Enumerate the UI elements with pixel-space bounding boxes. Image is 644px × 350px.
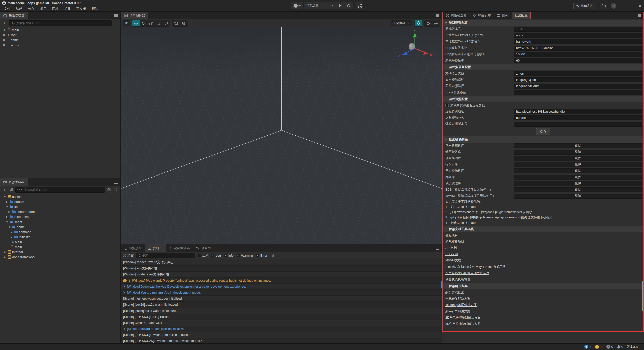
tree-item-root[interactable]: ▼root (0, 32, 120, 37)
tree-item-common[interactable]: ▶common (0, 229, 120, 234)
expand-arrow-icon[interactable]: ▶ (11, 44, 14, 47)
config-field-input-支持语言类型[interactable] (514, 71, 642, 76)
error-counter[interactable]: ✕ 0 (606, 345, 613, 349)
sort-assets-button[interactable] (9, 187, 14, 193)
lighting-toggle-button[interactable] (415, 20, 422, 26)
config-field-input-远程资源地址[interactable] (514, 109, 642, 114)
doc-link-2D角色扮演游戏解决方案[interactable]: 2D角色扮演游戏解决方案 (445, 316, 481, 320)
tree-item-oops-framework[interactable]: ▶oops-framework (0, 254, 120, 259)
doc-link-Excel格式转Json文件与TypeScript代码工具[interactable]: Excel格式转Json文件与TypeScript代码工具 (445, 265, 506, 269)
inspector-tab-构建发布[interactable]: 构建发布 (470, 12, 494, 19)
filter-checkbox-Error[interactable]: ✓Error (256, 254, 267, 257)
scene-viewport[interactable]: Y X Z (121, 27, 442, 244)
doc-link-战棋游戏框架[interactable]: 战棋游戏框架 (445, 290, 464, 295)
menu-item-扩展[interactable]: 扩展 (61, 6, 73, 11)
toggle-3d-button[interactable]: 3D (123, 20, 130, 26)
scene-select-dropdown[interactable]: 当前场景 (304, 2, 336, 9)
assets-menu-icon[interactable] (114, 181, 118, 184)
expand-arrow-icon[interactable]: ▶ (10, 236, 13, 238)
console-message[interactable]: [Scene] [PHYSICS]: using builtin. (121, 314, 442, 320)
console-scrollbar-thumb[interactable] (441, 281, 442, 288)
console-message[interactable]: ❯[Window] You are running Vue in develop… (121, 290, 442, 296)
config-field-input-游戏版本号[interactable] (514, 27, 642, 32)
move-tool-button[interactable] (132, 20, 140, 26)
scene-settings-button[interactable] (432, 20, 440, 26)
tree-item-initialize[interactable]: ▶initialize (0, 234, 120, 239)
console-tab-动画编辑器[interactable]: 动画编辑器 (166, 244, 193, 252)
add-node-button[interactable]: + (2, 20, 7, 26)
expand-arrow-icon[interactable]: ❯ (123, 327, 125, 330)
menu-item-编辑[interactable]: 编辑 (13, 6, 25, 11)
tree-item-seedrandom[interactable]: ▶seedrandom (0, 209, 120, 214)
camera-settings-button[interactable] (425, 20, 432, 26)
tree-item-main[interactable]: ▼main (0, 27, 120, 32)
remove-module-button[interactable]: 剔除 (514, 150, 642, 155)
minimize-button[interactable] (622, 6, 625, 6)
inspector-tab-属性检查器[interactable]: 属性检查器 (442, 12, 470, 19)
pivot-position-button[interactable] (172, 20, 180, 26)
open-project-folder-button[interactable] (600, 3, 607, 9)
collapse-arrow-icon[interactable]: ▼ (6, 205, 9, 208)
remove-module-button[interactable]: 剔除 (514, 162, 642, 167)
hierarchy-filter-button[interactable] (113, 20, 118, 26)
console-message[interactable]: ❯[Scene] Forward render pipeline initial… (121, 326, 442, 332)
platform-select-button[interactable] (291, 2, 303, 9)
expand-arrow-icon[interactable]: ▶ (6, 215, 9, 218)
console-tab-动画图[interactable]: 动画图 (193, 244, 214, 252)
tree-item-gui[interactable]: ▶gui (0, 42, 120, 48)
remove-module-button[interactable]: 剔除 (514, 181, 642, 186)
remove-module-button[interactable]: 剔除 (514, 168, 642, 173)
filter-checkbox-Warning[interactable]: ✓Warning (237, 254, 253, 257)
collapse-arrow-icon[interactable]: ▼ (3, 29, 6, 31)
expand-arrow-icon[interactable]: ▶ (6, 200, 9, 203)
inspector-scrollbar-thumb[interactable] (642, 281, 643, 311)
expand-arrow-icon[interactable]: ❯ (128, 279, 130, 282)
add-asset-button[interactable]: + (2, 187, 7, 193)
doc-link-原生包热更新配置自动生成插件[interactable]: 原生包热更新配置自动生成插件 (445, 271, 489, 275)
console-message[interactable]: ❯[Window] Download the Vue Devtools exte… (121, 284, 442, 290)
help-button[interactable]: ? (611, 3, 616, 9)
info-counter[interactable]: i 3 (584, 345, 591, 349)
config-field-input-文本资源路径[interactable] (514, 77, 642, 82)
assets-search[interactable] (15, 187, 105, 193)
doc-link-MVVM文档[interactable]: MVVM文档 (445, 258, 461, 263)
config-field-input-远程资源版本号[interactable] (514, 122, 642, 127)
doc-link-API文档[interactable]: API文档 (445, 246, 457, 250)
doc-link-全栈开发解决方案[interactable]: 全栈开发解决方案 (445, 297, 470, 301)
hierarchy-search[interactable] (9, 20, 112, 26)
assets-filter-button[interactable] (107, 187, 112, 193)
tree-item-main[interactable]: main (0, 244, 120, 249)
tree-item-bundle[interactable]: ▶bundle (0, 199, 120, 204)
restart-button[interactable] (344, 2, 353, 9)
section-header-框架文档工具链接[interactable]: ▼框架文档工具链接 (442, 226, 644, 232)
remove-module-button[interactable]: 剔除 (514, 187, 642, 192)
inspector-tab-框架配置[interactable]: 框架配置 (512, 12, 531, 19)
refresh-assets-button[interactable] (113, 187, 118, 193)
inspector-menu-icon[interactable] (638, 14, 641, 17)
doc-link-教程项目[interactable]: 教程项目 (445, 233, 458, 238)
console-message[interactable]: [Scene] [PHYSICS2D]: switch from box2d-w… (121, 338, 442, 343)
assets-search-input[interactable] (23, 188, 103, 192)
maximize-button[interactable] (631, 5, 633, 7)
menu-item-项目[interactable]: 项目 (37, 6, 49, 11)
hierarchy-tab[interactable]: 层级管理器 (0, 12, 28, 19)
config-field-input-本地数据CryptoES加密IV[interactable] (514, 39, 642, 44)
expand-arrow-icon[interactable]: ❯ (123, 285, 125, 288)
notification-counter[interactable]: 0 (617, 345, 623, 349)
tree-item-libs[interactable]: ▼libs (0, 204, 120, 209)
section-header-游戏基础配置[interactable]: ▼游戏基础配置 (442, 20, 644, 26)
coordinate-space-button[interactable] (180, 20, 187, 26)
gizmo-2d-tool-button[interactable] (162, 20, 170, 26)
console-message[interactable]: [Window] render_texture文件夹存在 (121, 259, 442, 266)
console-tab-资源预览[interactable]: 资源预览 (121, 244, 145, 252)
console-tab-控制台[interactable]: 控制台 (145, 244, 166, 252)
doc-link-新手引导解决方案[interactable]: 新手引导解决方案 (445, 309, 470, 314)
checkbox-icon[interactable] (445, 104, 449, 107)
tree-item-Main[interactable]: TSMain (0, 239, 120, 244)
assets-tab[interactable]: 资源管理器 (0, 178, 28, 186)
console-message[interactable]: [Scene] Cocos Creator v3.8.2 (121, 320, 442, 326)
tree-item-assets[interactable]: ▼assets (0, 194, 120, 199)
qr-code-button[interactable] (356, 2, 364, 9)
expand-arrow-icon[interactable]: ▶ (3, 251, 6, 253)
collapse-arrow-icon[interactable]: ▼ (6, 221, 9, 223)
